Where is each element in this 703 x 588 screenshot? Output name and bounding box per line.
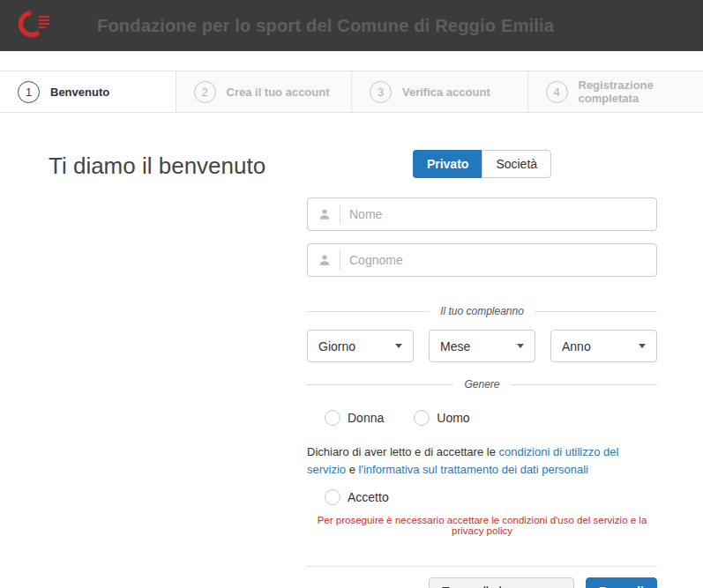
consent-text: Dichiaro di aver letto e di accettare le… [307,443,657,478]
chevron-down-icon [517,344,524,348]
welcome-heading: Ti diamo il benvenuto [49,150,265,180]
registration-page: Fondazione per lo sport del Comune di Re… [0,0,703,588]
registration-form: Privato Società [307,150,657,588]
account-type-toggle: Privato Società [413,150,551,178]
donna-label: Donna [348,411,384,425]
uomo-label: Uomo [437,411,469,425]
nome-input[interactable] [349,198,656,230]
mese-select-value: Mese [440,339,470,354]
giorno-select[interactable]: Giorno [307,330,414,362]
foundation-logo-icon [16,9,53,42]
step-number-circle: 4 [546,81,568,103]
accept-row: Accetto [325,489,657,505]
proceed-button[interactable]: Procedi [586,577,657,588]
societa-button[interactable]: Società [482,150,551,178]
uomo-option[interactable]: Uomo [414,410,469,426]
step-verifica-account[interactable]: 3 Verifica account [352,71,528,112]
mese-select[interactable]: Mese [429,330,535,362]
step-label: Benvenuto [50,86,109,99]
giorno-select-value: Giorno [318,339,355,354]
chevron-down-icon [639,344,646,348]
stepper: 1 Benvenuto 2 Crea il tuo account 3 Veri… [0,71,703,113]
cognome-input[interactable] [349,244,656,276]
cognome-field [307,243,657,277]
step-number: 4 [553,86,559,99]
accetto-radio[interactable] [325,489,340,505]
step-number: 3 [378,86,384,99]
step-number: 2 [201,86,207,99]
birthday-selects: Giorno Mese Anno [307,330,657,362]
birthday-divider: Il tuo compleanno [307,305,657,317]
form-actions: Torna alla home page Procedi [307,577,657,588]
gender-divider: Genere [307,378,657,391]
step-registrazione-completata[interactable]: 4 Registrazione completata [528,71,703,112]
anno-select[interactable]: Anno [550,330,657,362]
step-number-circle: 1 [18,81,40,103]
gender-options: Donna Uomo [325,410,657,426]
step-label: Registrazione completata [579,78,703,105]
gender-divider-label: Genere [453,378,510,391]
step-number-circle: 2 [194,81,216,103]
chevron-down-icon [395,344,402,348]
privacy-link[interactable]: l'informativa sul trattamento dei dati p… [359,463,588,476]
back-button[interactable]: Torna alla home page [429,577,574,588]
anno-select-value: Anno [562,339,591,354]
nome-field [307,197,657,231]
site-title: Fondazione per lo sport del Comune di Re… [97,16,554,36]
main-content: Ti diamo il benvenuto Privato Società [0,113,703,588]
accetto-label: Accetto [348,490,389,504]
header: Fondazione per lo sport del Comune di Re… [0,0,703,51]
step-benvenuto[interactable]: 1 Benvenuto [0,71,176,112]
input-divider [340,205,340,224]
step-label: Verifica account [402,86,490,99]
privato-button[interactable]: Privato [413,150,482,178]
step-number: 1 [26,86,32,99]
donna-option[interactable]: Donna [325,410,384,426]
accetto-option[interactable]: Accetto [325,489,389,505]
step-number-circle: 3 [370,81,392,103]
step-crea-account[interactable]: 2 Crea il tuo account [176,71,353,112]
step-label: Crea il tuo account [227,86,330,99]
donna-radio[interactable] [325,410,340,426]
person-icon [318,254,331,266]
person-icon [318,208,331,220]
uomo-radio[interactable] [414,410,430,426]
birthday-divider-label: Il tuo compleanno [430,305,535,317]
error-message: Per proseguire è necessario accettare le… [307,515,657,536]
input-divider [340,250,340,270]
footer-divider [307,566,657,567]
